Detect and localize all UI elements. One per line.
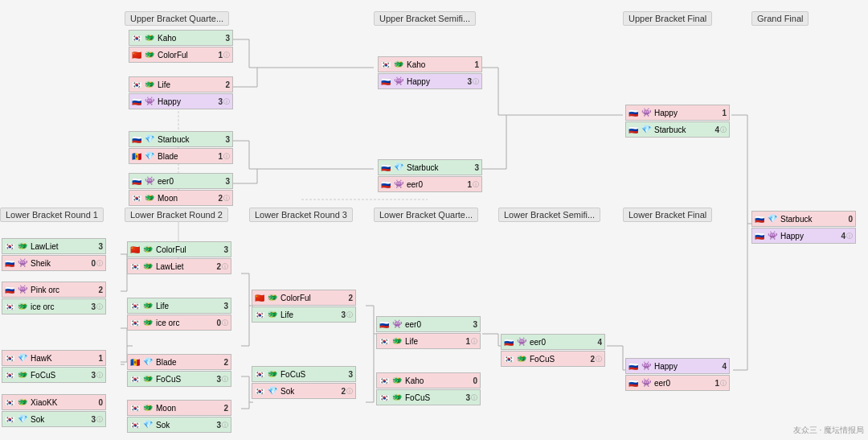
player-row: 🇷🇺 💎 Starbuck 3 xyxy=(129,131,233,147)
round-label-lower-semi: Lower Bracket Semifi... xyxy=(498,208,600,222)
score: 3 xyxy=(223,302,228,310)
race-icon: 🐲 xyxy=(143,402,154,413)
score: 3 xyxy=(216,375,221,384)
score: 3 xyxy=(218,97,223,106)
flag-icon: 🇷🇺 xyxy=(755,232,766,240)
info-icon[interactable]: ⓘ xyxy=(96,415,103,424)
info-icon[interactable]: ⓘ xyxy=(720,125,727,134)
info-icon[interactable]: ⓘ xyxy=(471,337,477,346)
info-icon[interactable]: ⓘ xyxy=(846,232,853,241)
score: 1 xyxy=(98,354,103,363)
flag-icon: 🇰🇷 xyxy=(255,387,266,395)
race-icon: 💎 xyxy=(143,356,154,368)
flag-icon: 🇰🇷 xyxy=(5,371,16,379)
score: 3 xyxy=(225,34,230,43)
player-row: 🇰🇷 🐲 Kaho 3 xyxy=(129,30,233,46)
player-name: eer0 xyxy=(407,180,465,189)
match-lr1-1: 🇰🇷 🐲 LawLiet 3 🇷🇺 👾 Sheik 0 ⓘ xyxy=(2,238,106,272)
player-name: FoCuS xyxy=(530,355,588,364)
player-name: HawK xyxy=(31,354,96,363)
info-icon[interactable]: ⓘ xyxy=(96,259,103,268)
flag-icon: 🇨🇳 xyxy=(255,294,266,302)
race-icon: 💎 xyxy=(18,352,29,364)
score: 3 xyxy=(91,415,96,424)
score: 2 xyxy=(218,194,223,203)
flag-icon: 🇷🇺 xyxy=(5,259,16,267)
player-row: 🇰🇷 🐲 FoCuS 3 ⓘ xyxy=(376,389,481,405)
watermark: 友众三 · 魔坛情报局 xyxy=(793,425,864,436)
score: 3 xyxy=(91,371,96,380)
flag-icon: 🇰🇷 xyxy=(255,310,266,319)
info-icon[interactable]: ⓘ xyxy=(720,379,727,388)
player-row: 🇰🇷 🐲 Kaho 1 xyxy=(378,56,482,72)
match-lrs-1: 🇷🇺 👾 eer0 4 🇰🇷 🐲 FoCuS 2 ⓘ xyxy=(501,334,605,368)
info-icon[interactable]: ⓘ xyxy=(96,302,103,311)
score: 3 xyxy=(225,135,230,144)
player-row: 🇰🇷 🐲 FoCuS 2 ⓘ xyxy=(501,351,605,367)
info-icon[interactable]: ⓘ xyxy=(222,319,228,327)
score: 2 xyxy=(98,286,103,294)
score: 3 xyxy=(474,163,479,172)
info-icon[interactable]: ⓘ xyxy=(223,97,230,106)
player-row: 🇷🇺 💎 Starbuck 4 ⓘ xyxy=(625,121,730,138)
race-icon: 💎 xyxy=(145,134,156,145)
score: 1 xyxy=(714,379,719,388)
bracket-container: Upper Bracket Quarte... Upper Bracket Se… xyxy=(0,0,868,440)
player-row: 🇷🇺 👾 Happy 4 ⓘ xyxy=(751,228,856,244)
flag-icon: 🇷🇺 xyxy=(381,180,392,188)
score: 1 xyxy=(722,109,727,117)
flag-icon: 🇰🇷 xyxy=(132,194,143,202)
score: 3 xyxy=(465,393,470,402)
player-row: 🇰🇷 🐲 Life 3 xyxy=(127,298,231,314)
race-icon: 👾 xyxy=(394,76,405,87)
info-icon[interactable]: ⓘ xyxy=(596,355,602,364)
score: 2 xyxy=(223,358,228,367)
flag-icon: 🇷🇺 xyxy=(132,177,143,185)
player-name: Happy xyxy=(780,232,839,241)
race-icon: 🐲 xyxy=(517,353,528,364)
player-row: 🇷🇺 👾 Happy 3 ⓘ xyxy=(378,73,482,89)
flag-icon: 🇰🇷 xyxy=(379,393,391,401)
info-icon[interactable]: ⓘ xyxy=(222,421,228,430)
race-icon: 🐲 xyxy=(143,300,154,311)
info-icon[interactable]: ⓘ xyxy=(96,371,103,380)
race-icon: 👾 xyxy=(145,96,156,107)
info-icon[interactable]: ⓘ xyxy=(346,310,353,319)
player-row: 🇰🇷 🐲 XiaoKK 0 xyxy=(2,394,106,410)
player-name: eer0 xyxy=(654,379,713,388)
info-icon[interactable]: ⓘ xyxy=(222,375,228,384)
race-icon: 👾 xyxy=(392,319,403,330)
player-name: ice orc xyxy=(156,319,215,327)
player-row: 🇰🇷 🐲 FoCuS 3 xyxy=(252,366,356,382)
match-lrf-1: 🇷🇺 👾 Happy 4 🇷🇺 👾 eer0 1 ⓘ xyxy=(625,358,730,392)
info-icon[interactable]: ⓘ xyxy=(473,77,479,86)
race-icon: 🐲 xyxy=(392,392,403,403)
info-icon[interactable]: ⓘ xyxy=(223,152,230,161)
score: 1 xyxy=(218,51,223,60)
player-name: Sok xyxy=(156,421,215,430)
race-icon: 👾 xyxy=(768,230,779,241)
match-lr1-4: 🇰🇷 🐲 XiaoKK 0 🇰🇷 💎 Sok 3 ⓘ xyxy=(2,394,106,428)
race-icon: 👾 xyxy=(517,336,528,347)
player-row: 🇨🇳 🐲 ColorFul 3 xyxy=(127,241,231,257)
info-icon[interactable]: ⓘ xyxy=(471,393,477,402)
score: 2 xyxy=(348,294,353,302)
player-name: Starbuck xyxy=(780,215,846,224)
round-label-upper-final: Upper Bracket Final xyxy=(623,11,712,26)
player-name: Kaho xyxy=(405,376,471,385)
info-icon[interactable]: ⓘ xyxy=(473,180,479,189)
player-name: Sheik xyxy=(31,259,89,268)
info-icon[interactable]: ⓘ xyxy=(223,51,230,60)
race-icon: 🐲 xyxy=(268,292,279,303)
player-name: Happy xyxy=(407,77,465,86)
race-icon: 🐲 xyxy=(145,49,156,60)
race-icon: 👾 xyxy=(394,179,405,190)
match-uq2: 🇰🇷 🐲 Life 2 🇷🇺 👾 Happy 3 ⓘ xyxy=(129,76,233,110)
player-row: 🇨🇳 🐲 ColorFul 1 ⓘ xyxy=(129,47,233,63)
info-icon[interactable]: ⓘ xyxy=(223,194,230,203)
score: 2 xyxy=(341,387,346,396)
player-name: Pink orc xyxy=(31,286,96,294)
race-icon: 🐲 xyxy=(145,192,156,204)
info-icon[interactable]: ⓘ xyxy=(346,387,353,396)
info-icon[interactable]: ⓘ xyxy=(222,262,228,271)
